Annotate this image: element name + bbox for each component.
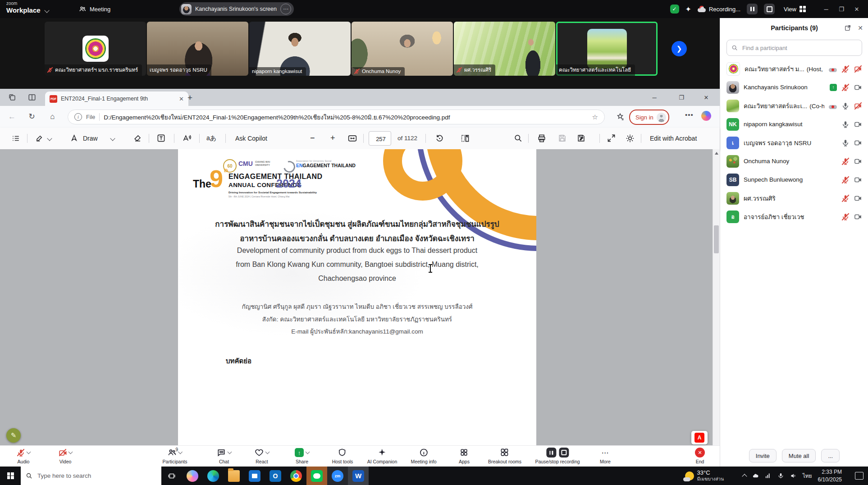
camera-status-icon[interactable] [854, 157, 862, 165]
read-aloud-icon[interactable] [182, 128, 191, 149]
mic-status-icon[interactable] [841, 176, 850, 184]
pause-stop-recording-button[interactable]: Pause/stop recording [535, 447, 580, 464]
home-icon[interactable]: ⌂ [48, 112, 57, 121]
minimize-button[interactable]: ─ [818, 6, 834, 13]
maximize-button[interactable]: ❐ [834, 6, 849, 13]
browser-minimize-button[interactable]: ─ [645, 89, 663, 106]
mic-tray-icon[interactable] [777, 472, 784, 479]
view-button[interactable]: View [784, 6, 806, 13]
eraser-icon[interactable] [133, 128, 142, 149]
shared-screen-pill[interactable]: Kanchayanis Srinukoon's screen ⋯ [179, 2, 294, 16]
page-number-input-box[interactable] [369, 131, 391, 146]
rotate-icon[interactable] [435, 128, 444, 149]
draw-label[interactable]: Draw [83, 128, 98, 149]
network-icon[interactable] [765, 472, 772, 479]
ai-companion-icon[interactable]: ✦ [685, 5, 691, 14]
onedrive-cloud-icon[interactable] [752, 472, 759, 479]
url-text[interactable]: D:/Engagement%20เชียงใหม่/ENT2024_Final-… [104, 112, 588, 122]
audio-button[interactable]: Audio [17, 447, 30, 464]
react-button[interactable]: React [255, 447, 269, 464]
taskbar-app-line[interactable] [306, 467, 327, 485]
participant-search-input[interactable] [741, 44, 857, 52]
tab-close-icon[interactable]: ✕ [179, 96, 184, 102]
chevron-down-icon[interactable] [44, 8, 49, 13]
stop-recording-icon[interactable] [559, 448, 569, 458]
refresh-icon[interactable]: ↻ [27, 112, 37, 121]
stop-recording-button[interactable] [764, 4, 775, 14]
copilot-icon[interactable] [701, 111, 711, 121]
video-tile[interactable]: คณะวิทยาศาสตร์ฯ มรภ.ราชนครินทร์ [45, 22, 146, 76]
chat-button[interactable]: Chat [217, 447, 231, 464]
taskbar-app-chrome[interactable] [286, 467, 306, 485]
zoom-workplace-brand[interactable]: zoom Workplace [6, 1, 49, 14]
translate-icon[interactable]: aあ [206, 128, 216, 149]
video-tile[interactable]: nipaporn kangkawisut [249, 22, 351, 76]
start-button[interactable] [0, 467, 21, 485]
save-icon[interactable] [558, 128, 566, 149]
tab-actions-icon[interactable] [8, 93, 16, 101]
participant-row[interactable]: NK nipaporn kangkawisut ↑ [720, 115, 868, 133]
print-icon[interactable] [537, 128, 546, 149]
favorite-star-icon[interactable]: ☆ [592, 113, 598, 121]
edit-with-acrobat-button[interactable]: Edit with Acrobat [650, 128, 697, 149]
add-text-icon[interactable] [157, 128, 165, 149]
panel-more-button[interactable]: ... [821, 449, 840, 462]
search-icon[interactable] [514, 128, 522, 149]
video-options-chevron[interactable] [69, 450, 73, 454]
zoom-in-icon[interactable]: + [330, 128, 335, 149]
highlighter-chevron-icon[interactable] [48, 128, 51, 149]
share-button[interactable]: ↑ Share [295, 447, 309, 464]
end-meeting-button[interactable]: ✕ End [695, 447, 705, 464]
apps-button[interactable]: Apps [459, 447, 470, 464]
more-button[interactable]: ⋯ More [600, 447, 611, 464]
camera-status-icon[interactable] [854, 139, 862, 147]
share-options-chevron[interactable] [306, 450, 310, 454]
mic-status-icon[interactable] [841, 139, 850, 147]
taskbar-app-zoom[interactable]: zm [327, 467, 348, 485]
participant-row[interactable]: Onchuma Nunoy ↑ [720, 152, 868, 170]
draw-pen-icon[interactable] [70, 128, 78, 149]
page-view-icon[interactable] [461, 128, 470, 149]
zoom-annotate-button[interactable]: ✎ [6, 428, 21, 443]
tray-expand-icon[interactable] [742, 474, 747, 479]
browser-restore-button[interactable]: ❐ [672, 89, 690, 106]
address-bar[interactable]: i File D:/Engagement%20เชียงใหม่/ENT2024… [68, 110, 605, 124]
browser-tab[interactable]: PDF ENT2024_Final-1 Engagement 9th ✕ [45, 92, 188, 106]
taskbar-app-copilot[interactable] [182, 467, 203, 485]
page-number-input[interactable] [369, 132, 393, 146]
taskbar-search-box[interactable] [21, 467, 161, 485]
highlighter-icon[interactable] [35, 128, 44, 149]
next-page-arrow-button[interactable]: ❯ [672, 41, 687, 56]
participant-row[interactable]: SB Sunpech Bunluewong ↑ [720, 170, 868, 189]
fit-width-icon[interactable] [348, 128, 357, 149]
camera-status-icon[interactable] [854, 194, 862, 202]
security-shield-icon[interactable]: ✓ [670, 5, 679, 14]
mute-all-button[interactable]: Mute all [782, 449, 816, 462]
back-icon[interactable]: ← [7, 112, 17, 121]
camera-status-icon[interactable] [854, 176, 862, 184]
participants-options-chevron[interactable] [178, 450, 183, 454]
camera-status-icon[interactable] [854, 102, 862, 110]
favorites-hub-icon[interactable] [616, 113, 624, 121]
scroll-up-arrow[interactable] [715, 152, 718, 155]
participant-row[interactable]: เ เบญจพร รอดอาวุธ NSRU ↑ [720, 133, 868, 152]
zoom-out-icon[interactable]: − [310, 128, 315, 149]
camera-status-icon[interactable] [854, 65, 862, 73]
mic-status-icon[interactable] [841, 120, 850, 128]
camera-status-icon[interactable] [854, 213, 862, 221]
host-tools-button[interactable]: Host tools [332, 447, 353, 464]
participant-row[interactable]: ผศ.วรรณศิริ ↑ [720, 189, 868, 207]
taskbar-clock[interactable]: 2:33 PM 6/10/2025 [818, 468, 842, 483]
taskbar-app-edge[interactable] [203, 467, 224, 485]
taskbar-app-store[interactable] [244, 467, 265, 485]
pdf-content-area[interactable]: 60 CMU CHIANG MAIUNIVERSITY Association … [0, 149, 720, 445]
mic-status-icon[interactable] [841, 213, 850, 221]
fullscreen-icon[interactable] [607, 128, 616, 149]
video-button[interactable]: Video [59, 447, 72, 464]
video-tile[interactable]: ผศ.วรรณศิริ [454, 22, 555, 76]
chat-options-chevron[interactable] [228, 450, 232, 454]
mic-status-icon[interactable] [841, 194, 850, 202]
breakout-rooms-button[interactable]: Breakout rooms [488, 447, 521, 464]
page-info-icon[interactable]: i [74, 113, 82, 121]
taskbar-app-outlook[interactable]: O [265, 467, 286, 485]
